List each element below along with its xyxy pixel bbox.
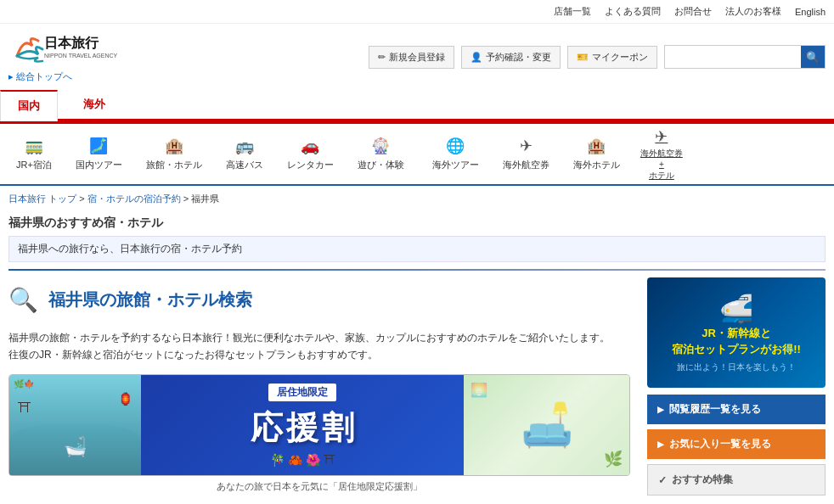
banner-kanji: 応 援 割 bbox=[251, 406, 354, 450]
cat-domestic-tour[interactable]: 🗾 国内ツアー bbox=[64, 130, 134, 178]
nav-tabs: 国内 海外 bbox=[0, 90, 834, 124]
header-search-button[interactable]: 🔍 bbox=[801, 46, 825, 68]
breadcrumb-current: 福井県 bbox=[191, 193, 219, 204]
plane-icon: ✈ bbox=[520, 137, 533, 155]
header-search-input[interactable] bbox=[665, 46, 801, 68]
desc-line2: 往復のJR・新幹線と宿泊がセットになったお得なセットプランもおすすめです。 bbox=[8, 349, 378, 361]
category-nav: 🚃 JR+宿泊 🗾 国内ツアー 🏨 旅館・ホテル 🚌 高速バス 🚗 レンタカー … bbox=[0, 124, 834, 186]
cat-overseas-hotel-label: 海外ホテル bbox=[573, 159, 620, 171]
domestic-tab[interactable]: 国内 bbox=[0, 90, 58, 121]
header-buttons: ✏ 新規会員登録 👤 予約確認・変更 🎫 マイクーポン 🔍 bbox=[369, 45, 826, 69]
pencil-icon: ✏ bbox=[378, 52, 386, 63]
new-member-btn[interactable]: ✏ 新規会員登録 bbox=[369, 46, 454, 69]
store-list-link[interactable]: 店舗一覧 bbox=[554, 5, 591, 18]
english-link[interactable]: English bbox=[795, 7, 826, 17]
car-icon: 🚗 bbox=[301, 137, 319, 155]
breadcrumb-sep2: > bbox=[183, 193, 191, 204]
cat-overseas-flight-label: 海外航空券 bbox=[503, 159, 549, 171]
sidebar-ad[interactable]: 🚅 JR・新幹線と宿泊セットプランがお得!! 旅に出よう！日本を楽しもう！ bbox=[647, 277, 826, 388]
coupon-icon: 🎫 bbox=[577, 52, 589, 63]
activity-icon: 🎡 bbox=[371, 137, 390, 155]
kanji1: 応 bbox=[251, 406, 283, 450]
cat-bus[interactable]: 🚌 高速バス bbox=[214, 130, 275, 178]
desc-line1: 福井県の旅館・ホテルを予約するなら日本旅行！観光に便利なホテルや、家族、カップル… bbox=[8, 332, 610, 344]
cat-hotel-label: 旅館・ホテル bbox=[146, 159, 202, 171]
main-layout: 🔍 福井県の旅館・ホテル検索 福井県の旅館・ホテルを予約するなら日本旅行！観光に… bbox=[0, 277, 834, 502]
cat-domestic-label: 国内ツアー bbox=[76, 159, 122, 171]
cat-activity[interactable]: 🎡 遊び・体験 bbox=[346, 130, 416, 178]
cat-overseas-flight-hotel[interactable]: ✈ 海外航空券+ホテル bbox=[632, 124, 691, 184]
favorites-btn-label: お気に入り一覧を見る bbox=[669, 437, 771, 451]
corporate-link[interactable]: 法人のお客様 bbox=[725, 5, 781, 18]
divider bbox=[8, 269, 826, 271]
sidebar-ad-title: JR・新幹線と宿泊セットプランがお得!! bbox=[672, 325, 801, 358]
top-link[interactable]: ▸ 総合トップへ bbox=[8, 70, 72, 83]
cat-overseas-tour-label: 海外ツアー bbox=[432, 159, 479, 171]
header-search-box: 🔍 bbox=[664, 45, 826, 69]
new-member-label: 新規会員登録 bbox=[389, 51, 445, 64]
cat-jr-hotel[interactable]: 🚃 JR+宿泊 bbox=[4, 130, 64, 178]
search-section-title: 福井県の旅館・ホテル検索 bbox=[48, 288, 252, 311]
hotel-icon: 🏨 bbox=[165, 137, 183, 155]
breadcrumb-sep1: > bbox=[79, 193, 87, 204]
breadcrumb-hotel[interactable]: 宿・ホテルの宿泊予約 bbox=[87, 193, 181, 204]
bus-icon: 🚌 bbox=[235, 137, 254, 155]
main-left: 🔍 福井県の旅館・ホテル検索 福井県の旅館・ホテルを予約するなら日本旅行！観光に… bbox=[8, 277, 647, 502]
sidebar-ad-sub: 旅に出よう！日本を楽しもう！ bbox=[677, 361, 796, 373]
kanji3: 割 bbox=[322, 406, 354, 450]
globe-icon: 🌐 bbox=[446, 137, 465, 155]
kanji2: 援 bbox=[286, 406, 318, 450]
faq-link[interactable]: よくある質問 bbox=[605, 5, 661, 18]
window-icon: 🌅 bbox=[471, 382, 487, 398]
reservation-label: 予約確認・変更 bbox=[486, 51, 551, 64]
user-icon: 👤 bbox=[471, 52, 482, 63]
page-subtitle: 福井県への旅行なら、日本旅行の宿・ホテル予約 bbox=[8, 236, 826, 262]
banner-right: 🛋️ 🌿 🌅 bbox=[464, 375, 629, 475]
map-icon: 🗾 bbox=[89, 137, 108, 155]
breadcrumb-top[interactable]: 日本旅行 トップ bbox=[8, 193, 76, 204]
cat-overseas-tour[interactable]: 🌐 海外ツアー bbox=[420, 130, 491, 178]
cat-overseas-hotel[interactable]: 🏨 海外ホテル bbox=[561, 130, 632, 178]
special-btn-label: おすすめ特集 bbox=[672, 473, 733, 487]
coupon-btn[interactable]: 🎫 マイクーポン bbox=[567, 46, 657, 69]
cat-overseas-flight-hotel-label: 海外航空券+ホテル bbox=[640, 148, 683, 181]
cat-car-label: レンタカー bbox=[287, 159, 334, 171]
banner-hot-spring: 🌿🍁 🏮 🛁 ⛩ bbox=[9, 375, 141, 475]
page-title: 福井県のおすすめ宿・ホテル bbox=[0, 212, 834, 236]
header: 日本旅行 NIPPON TRAVEL AGENCY ▸ 総合トップへ ✏ 新規会… bbox=[0, 24, 834, 90]
cat-rental-car[interactable]: 🚗 レンタカー bbox=[275, 130, 346, 178]
chevron-right-icon: ▶ bbox=[657, 405, 664, 414]
search-big-icon: 🔍 bbox=[8, 286, 38, 314]
contact-link[interactable]: お問合せ bbox=[674, 5, 712, 18]
cat-hotel[interactable]: 🏨 旅館・ホテル bbox=[134, 130, 214, 178]
flight-hotel-icon: ✈ bbox=[655, 127, 668, 146]
coupon-label: マイクーポン bbox=[592, 51, 648, 64]
check-icon: ✓ bbox=[658, 474, 667, 486]
cat-overseas-flight[interactable]: ✈ 海外航空券 bbox=[491, 130, 561, 178]
svg-text:NIPPON TRAVEL AGENCY: NIPPON TRAVEL AGENCY bbox=[44, 53, 118, 59]
overseas-tab[interactable]: 海外 bbox=[66, 90, 122, 121]
cat-bus-label: 高速バス bbox=[226, 159, 263, 171]
banner-badge: 居住地限定 bbox=[268, 384, 336, 401]
room-icon: 🛋️ bbox=[521, 400, 573, 450]
tab-gap bbox=[122, 90, 834, 121]
top-bar: 店舗一覧 よくある質問 お問合せ 法人のお客様 English bbox=[0, 0, 834, 24]
cat-jr-label: JR+宿泊 bbox=[16, 159, 52, 171]
special-btn[interactable]: ✓ おすすめ特集 bbox=[647, 464, 826, 496]
favorites-btn[interactable]: ▶ お気に入り一覧を見る bbox=[647, 429, 826, 459]
logo-svg: 日本旅行 NIPPON TRAVEL AGENCY bbox=[8, 31, 119, 69]
banner-center: 居住地限定 応 援 割 🎋🦀🌺⛩ bbox=[141, 375, 464, 475]
promo-banner[interactable]: 🌿🍁 🏮 🛁 ⛩ 居住地限定 応 援 割 🎋🦀🌺⛩ bbox=[8, 374, 630, 497]
chevron-right-icon-orange: ▶ bbox=[657, 440, 664, 449]
reservation-btn[interactable]: 👤 予約確認・変更 bbox=[461, 46, 561, 69]
banner-icons: 🎋🦀🌺⛩ bbox=[270, 453, 335, 467]
overseas-hotel-icon: 🏨 bbox=[587, 137, 606, 155]
main-right: 🚅 JR・新幹線と宿泊セットプランがお得!! 旅に出よう！日本を楽しもう！ ▶ … bbox=[647, 277, 826, 502]
logo-area: 日本旅行 NIPPON TRAVEL AGENCY ▸ 総合トップへ bbox=[8, 31, 127, 83]
bullet-train-icon: 🚅 bbox=[719, 293, 753, 325]
train-icon: 🚃 bbox=[25, 137, 43, 155]
breadcrumb: 日本旅行 トップ > 宿・ホテルの宿泊予約 > 福井県 bbox=[0, 186, 834, 212]
history-btn-label: 閲覧履歴一覧を見る bbox=[669, 402, 761, 417]
history-btn[interactable]: ▶ 閲覧履歴一覧を見る bbox=[647, 395, 826, 424]
banner-caption: あなたの旅で日本を元気に「居住地限定応援割」 bbox=[8, 476, 630, 497]
